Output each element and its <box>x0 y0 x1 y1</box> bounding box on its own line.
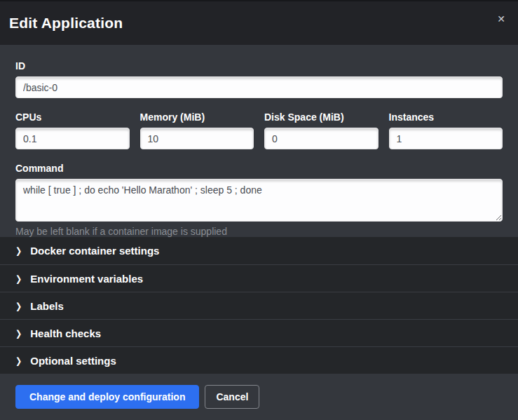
close-icon[interactable]: ✕ <box>494 11 508 27</box>
section-optional-settings[interactable]: ❯ Optional settings <box>0 346 518 374</box>
modal-footer: Change and deploy configuration Cancel <box>0 374 518 420</box>
section-label: Labels <box>30 300 64 312</box>
section-label: Docker container settings <box>30 245 159 257</box>
modal-header: Edit Application ✕ <box>0 0 518 45</box>
cpus-label: CPUs <box>15 111 130 123</box>
command-textarea[interactable]: while [ true ] ; do echo 'Hello Marathon… <box>15 179 503 222</box>
resources-row: CPUs Memory (MiB) Disk Space (MiB) Insta… <box>15 111 503 149</box>
section-label: Health checks <box>30 327 101 339</box>
instances-field-group: Instances <box>389 111 503 149</box>
cpus-input[interactable] <box>15 128 130 149</box>
section-labels[interactable]: ❯ Labels <box>0 292 518 319</box>
memory-label: Memory (MiB) <box>140 111 254 123</box>
instances-label: Instances <box>389 111 503 123</box>
edit-application-modal: Edit Application ✕ ID CPUs Memory (MiB) … <box>0 0 518 420</box>
section-label: Environment variables <box>30 273 143 285</box>
cpus-field-group: CPUs <box>15 111 130 149</box>
command-field-group: Command while [ true ] ; do echo 'Hello … <box>15 163 503 237</box>
memory-field-group: Memory (MiB) <box>140 111 254 149</box>
section-docker-container-settings[interactable]: ❯ Docker container settings <box>0 237 518 264</box>
disk-field-group: Disk Space (MiB) <box>264 111 379 149</box>
section-health-checks[interactable]: ❯ Health checks <box>0 319 518 346</box>
chevron-right-icon: ❯ <box>15 356 22 365</box>
memory-input[interactable] <box>140 128 254 149</box>
chevron-right-icon: ❯ <box>15 329 22 338</box>
id-field-group: ID <box>15 60 503 98</box>
section-label: Optional settings <box>30 355 116 367</box>
accordion: ❯ Docker container settings ❯ Environmen… <box>0 237 518 374</box>
chevron-right-icon: ❯ <box>15 302 22 311</box>
chevron-right-icon: ❯ <box>15 274 22 283</box>
section-environment-variables[interactable]: ❯ Environment variables <box>0 264 518 292</box>
disk-input[interactable] <box>264 128 379 149</box>
chevron-right-icon: ❯ <box>15 246 22 255</box>
disk-label: Disk Space (MiB) <box>264 111 379 123</box>
instances-input[interactable] <box>389 128 503 149</box>
form-body: ID CPUs Memory (MiB) Disk Space (MiB) In… <box>0 45 518 237</box>
command-label: Command <box>15 163 503 174</box>
change-and-deploy-button[interactable]: Change and deploy configuration <box>15 385 199 409</box>
cancel-button[interactable]: Cancel <box>205 385 259 409</box>
command-helper-text: May be left blank if a container image i… <box>15 226 503 237</box>
id-label: ID <box>15 60 503 72</box>
modal-title: Edit Application <box>9 15 123 32</box>
id-input[interactable] <box>15 76 503 98</box>
